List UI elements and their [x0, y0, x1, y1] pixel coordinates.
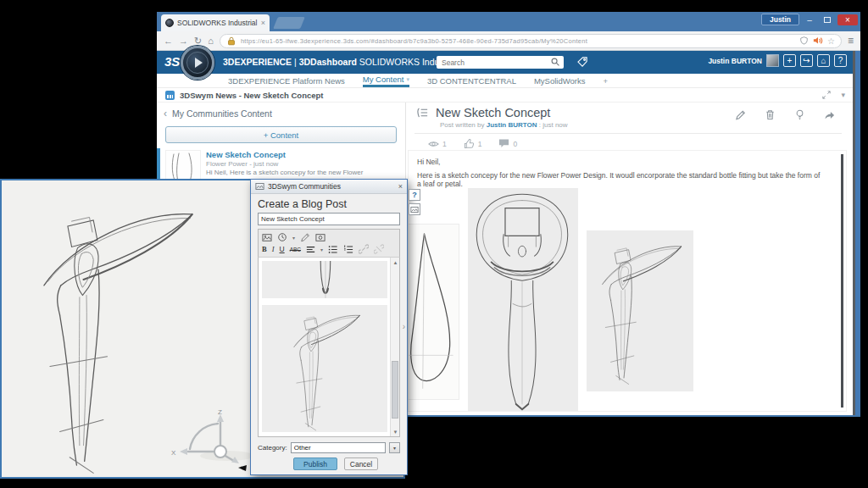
back-icon[interactable]: ←: [164, 36, 173, 46]
underline-button[interactable]: U: [280, 245, 285, 253]
comment-icon: [498, 138, 509, 149]
dialog-close-icon[interactable]: ×: [398, 182, 403, 191]
compass-logo[interactable]: [181, 46, 214, 80]
sketch-image-teardrop[interactable]: [408, 224, 459, 400]
browser-tab-bar: SOLIDWORKS Industrial D... × Justin – ×: [157, 12, 860, 31]
share-button[interactable]: ↪: [800, 54, 813, 67]
cancel-button[interactable]: Cancel: [344, 458, 378, 470]
strikethrough-button[interactable]: ABC: [290, 247, 301, 252]
tab-mysolidworks[interactable]: MySolidWorks: [534, 74, 586, 87]
back-to-list-icon[interactable]: [416, 107, 429, 119]
chevron-down-icon: ▾: [406, 76, 409, 83]
bookmark-star-icon[interactable]: ☆: [827, 36, 835, 46]
post-title: New Sketch Concept: [436, 106, 550, 119]
editor-image-front-tip[interactable]: [262, 261, 387, 298]
panel-expander-icon[interactable]: ›: [403, 322, 405, 331]
insert-photo-icon[interactable]: [315, 233, 326, 242]
tag-icon[interactable]: [577, 57, 588, 68]
browser-url-bar: ← → ↻ ⌂ https://eu1-65-ifwe.3dexperience…: [157, 31, 860, 51]
unlink-button[interactable]: [374, 244, 384, 254]
page-scroll-edge[interactable]: [853, 51, 860, 415]
add-widget-button[interactable]: +: [783, 54, 796, 67]
maximize-button[interactable]: [820, 14, 835, 25]
reload-icon[interactable]: ↻: [194, 36, 202, 46]
search-input[interactable]: [440, 58, 551, 68]
shield-icon[interactable]: [799, 36, 809, 46]
tab-my-content[interactable]: My Content▾: [363, 74, 409, 87]
blog-editor-area[interactable]: ▲ ▼: [258, 258, 400, 437]
italic-button[interactable]: I: [272, 245, 275, 253]
solidworks-favicon: [165, 19, 174, 27]
likes-stat[interactable]: 1: [464, 138, 482, 149]
insert-image-icon[interactable]: [262, 233, 272, 242]
desktop: SOLIDWORKS Industrial D... × Justin – × …: [0, 0, 868, 488]
bullet-list-button[interactable]: [328, 245, 338, 254]
axis-triad: Z X Y: [168, 408, 263, 474]
url-field[interactable]: https://eu1-65-ifwe.3dexperience.3ds.com…: [220, 34, 842, 48]
post-author-link[interactable]: Justin BURTON: [487, 121, 537, 129]
publish-button[interactable]: Publish: [293, 458, 337, 470]
bold-button[interactable]: B: [262, 245, 267, 253]
tab-3d-contentcentral[interactable]: 3D CONTENTCENTRAL: [427, 74, 516, 87]
editor-image-perspective[interactable]: [262, 305, 387, 432]
editor-toolbar: ▾ B I U ABC ▾: [258, 229, 400, 258]
edit-post-icon[interactable]: [735, 109, 746, 120]
scroll-down-icon[interactable]: ▼: [391, 427, 400, 436]
idea-bulb-icon[interactable]: [794, 109, 805, 120]
category-dropdown-icon[interactable]: ▾: [389, 442, 400, 453]
add-content-button[interactable]: + Content: [165, 126, 397, 143]
home-dashboard-button[interactable]: ⌂: [817, 54, 830, 67]
browser-user-chip[interactable]: Justin: [761, 14, 799, 25]
widget-title: 3DSwym News - New Sketch Concept: [180, 91, 323, 100]
share-post-icon[interactable]: [824, 109, 835, 120]
dialog-image-tool-button[interactable]: [409, 203, 420, 215]
link-button[interactable]: [359, 244, 369, 254]
close-window-button[interactable]: ×: [837, 14, 858, 25]
category-select[interactable]: Other: [291, 442, 386, 453]
blog-title-input[interactable]: [258, 213, 400, 225]
3dswym-widget-icon: [165, 91, 175, 100]
delete-post-icon[interactable]: [765, 109, 776, 120]
minimize-button[interactable]: –: [802, 14, 817, 25]
align-button[interactable]: [306, 245, 315, 254]
tab-close-icon[interactable]: ×: [261, 19, 265, 27]
browser-menu-icon[interactable]: ≡: [848, 35, 854, 47]
collapse-widget-icon[interactable]: ▾: [841, 91, 845, 99]
insert-media-icon[interactable]: [277, 232, 287, 242]
sketch-image-perspective-view[interactable]: [587, 230, 693, 391]
user-avatar[interactable]: [766, 54, 779, 67]
tab-platform-news[interactable]: 3DEXPERIENCE Platform News: [228, 74, 345, 87]
sketch-image-front-view[interactable]: [468, 188, 578, 412]
header-user-name[interactable]: Justin BURTON: [708, 57, 762, 65]
align-dropdown-icon[interactable]: ▾: [320, 247, 323, 252]
add-tab-button[interactable]: +: [603, 74, 608, 87]
scroll-up-icon[interactable]: ▲: [391, 258, 400, 267]
thumbs-up-icon: [464, 138, 475, 149]
post-greeting: Hi Neil,: [417, 158, 440, 166]
home-icon[interactable]: ⌂: [208, 36, 214, 46]
forward-icon[interactable]: →: [179, 36, 188, 46]
communities-back[interactable]: ‹ My Communities Content: [157, 103, 405, 123]
comments-stat[interactable]: 0: [498, 138, 517, 149]
editor-scrollbar[interactable]: ▲ ▼: [390, 258, 399, 436]
tab-title: SOLIDWORKS Industrial D...: [177, 19, 258, 27]
insert-dropdown-icon[interactable]: ▾: [292, 235, 295, 241]
platform-search[interactable]: [437, 56, 564, 69]
dialog-title-bar[interactable]: 3DSwym Communities ×: [251, 180, 407, 194]
post-text: Here is a sketch concepy for the new Flo…: [417, 171, 826, 188]
eye-icon: [428, 139, 439, 149]
browser-tab[interactable]: SOLIDWORKS Industrial D... ×: [161, 14, 270, 31]
category-label: Category:: [258, 444, 287, 452]
chevron-left-icon: ‹: [164, 108, 167, 119]
expand-widget-icon[interactable]: [822, 91, 831, 99]
new-tab-button[interactable]: [273, 17, 305, 29]
dassault-logo[interactable]: 3S: [164, 54, 180, 69]
help-button[interactable]: ?: [834, 54, 847, 67]
post-scrollbar[interactable]: [841, 154, 843, 408]
search-icon[interactable]: [551, 58, 560, 67]
numbered-list-button[interactable]: [343, 245, 353, 254]
audio-icon[interactable]: [813, 36, 823, 46]
scroll-thumb[interactable]: [392, 361, 398, 419]
attach-icon[interactable]: [300, 232, 310, 242]
dialog-help-button[interactable]: ?: [409, 189, 420, 201]
